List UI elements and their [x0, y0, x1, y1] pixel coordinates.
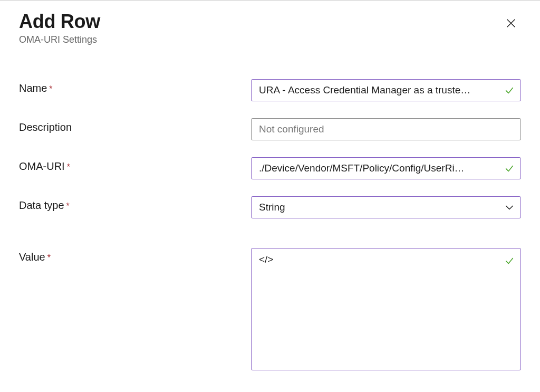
checkmark-icon — [505, 256, 514, 265]
omauri-label: OMA-URI — [19, 160, 65, 172]
form-row-name: Name* — [19, 79, 521, 101]
datatype-selected-value: String — [259, 202, 285, 213]
omauri-input-wrap — [251, 157, 521, 179]
header-titles: Add Row OMA-URI Settings — [19, 11, 100, 45]
close-icon — [505, 23, 517, 31]
required-marker: * — [67, 162, 70, 171]
input-col — [251, 118, 521, 140]
checkmark-icon — [505, 164, 514, 173]
panel-header: Add Row OMA-URI Settings — [19, 11, 521, 45]
form-row-datatype: Data type* String — [19, 196, 521, 218]
form: Name* Description — [19, 79, 521, 370]
datatype-select[interactable]: String — [251, 196, 521, 218]
input-col: </> — [251, 248, 521, 370]
name-label: Name — [19, 82, 47, 94]
value-label: Value — [19, 251, 45, 263]
value-content: </> — [259, 254, 273, 265]
label-col: Description — [19, 118, 251, 133]
input-col — [251, 157, 521, 179]
close-button[interactable] — [501, 13, 521, 35]
value-textarea[interactable]: </> — [251, 248, 521, 370]
omauri-input[interactable] — [259, 162, 497, 174]
input-col — [251, 79, 521, 101]
name-input[interactable] — [259, 84, 497, 96]
checkmark-icon — [505, 85, 514, 95]
description-input-wrap — [251, 118, 521, 140]
panel-subtitle: OMA-URI Settings — [19, 34, 100, 45]
form-row-omauri: OMA-URI* — [19, 157, 521, 179]
label-col: Name* — [19, 79, 251, 94]
form-row-description: Description — [19, 118, 521, 140]
required-marker: * — [66, 202, 70, 211]
add-row-panel: Add Row OMA-URI Settings Name* — [0, 1, 540, 370]
description-input[interactable] — [259, 123, 497, 135]
label-col: Value* — [19, 248, 251, 263]
form-row-value: Value* </> — [19, 248, 521, 370]
description-label: Description — [19, 121, 72, 133]
input-col: String — [251, 196, 521, 218]
label-col: Data type* — [19, 196, 251, 212]
label-col: OMA-URI* — [19, 157, 251, 173]
datatype-label: Data type — [19, 199, 64, 211]
name-input-wrap — [251, 79, 521, 101]
panel-title: Add Row — [19, 11, 100, 32]
chevron-down-icon — [505, 204, 514, 211]
required-marker: * — [47, 253, 51, 262]
required-marker: * — [49, 84, 52, 93]
